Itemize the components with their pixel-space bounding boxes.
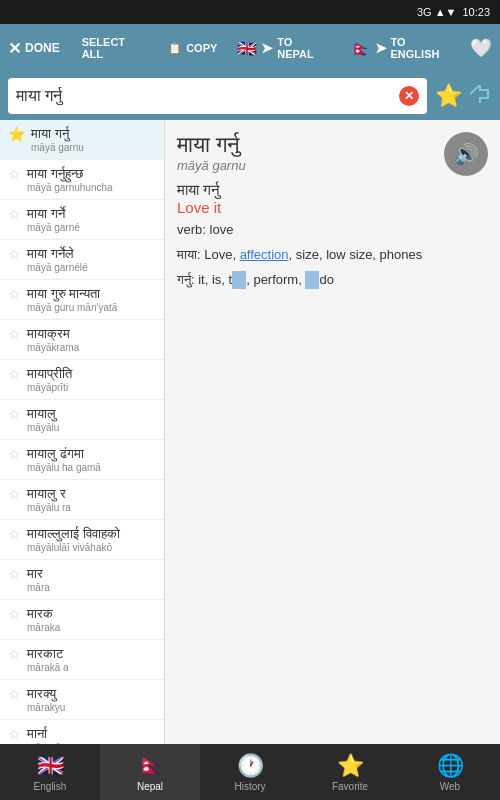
- word-main-text: मार्ना: [27, 726, 156, 742]
- word-text-group: माया गर्नुहुन्छ māyā garnuhuncha: [27, 166, 156, 193]
- word-main-text: मायाल्लुलाई विवाहको: [27, 526, 156, 542]
- word-list-item[interactable]: ☆ मायाक्रम māyākrama: [0, 320, 164, 360]
- word-star: ☆: [8, 206, 21, 222]
- nepal-nav-icon: 🇳🇵: [137, 753, 164, 779]
- search-input[interactable]: [16, 87, 399, 105]
- search-clear-button[interactable]: ✕: [399, 86, 419, 106]
- search-star-button[interactable]: ⭐: [435, 83, 462, 109]
- word-list-item[interactable]: ☆ मायाप्रीति māyāprīti: [0, 360, 164, 400]
- word-list-item[interactable]: ☆ मार्ना māranā: [0, 720, 164, 744]
- word-list-item[interactable]: ☆ माया गुरु मान्यता māyā guru mān'yatā: [0, 280, 164, 320]
- word-text-group: मायालु ढंगमा māyālu ha gamā: [27, 446, 156, 473]
- word-main-text: मायाप्रीति: [27, 366, 156, 382]
- word-star: ☆: [8, 166, 21, 182]
- action-bar: ✕ DONE SELECT ALL 📋 COPY 🇬🇧 ➤ TO NEPAL 🇳…: [0, 24, 500, 72]
- web-nav-label: Web: [440, 781, 460, 792]
- word-main-text: मायालु ढंगमा: [27, 446, 156, 462]
- word-roman-text: māyālu: [27, 422, 156, 433]
- time-display: 10:23: [462, 6, 490, 18]
- word-list-item[interactable]: ☆ मारक्यु mārakyu: [0, 680, 164, 720]
- word-roman-text: māraka: [27, 622, 156, 633]
- word-list-item[interactable]: ☆ मायाल्लुलाई विवाहको māyālulāī vivāhakō: [0, 520, 164, 560]
- word-text-group: माया गर्नु māyā garnu: [31, 126, 156, 153]
- nav-item-nepal[interactable]: 🇳🇵 Nepal: [100, 744, 200, 800]
- word-main-text: मारकाट: [27, 646, 156, 662]
- word-text-group: मायाक्रम māyākrama: [27, 326, 156, 353]
- bottom-nav: 🇬🇧 English 🇳🇵 Nepal 🕐 History ⭐ Favorite…: [0, 744, 500, 800]
- word-roman-text: māyālu ha gamā: [27, 462, 156, 473]
- share-icon: [470, 85, 492, 103]
- word-list-item[interactable]: ☆ माया गर्ने māyā garné: [0, 200, 164, 240]
- nav-item-favorite[interactable]: ⭐ Favorite: [300, 744, 400, 800]
- def-nepali: माया गर्नु: [177, 181, 488, 199]
- share-button[interactable]: [470, 85, 492, 108]
- select-all-button[interactable]: SELECT ALL: [76, 32, 154, 64]
- search-input-wrap[interactable]: ✕: [8, 78, 427, 114]
- to-nepal-button[interactable]: 🇬🇧 ➤ TO NEPAL: [231, 32, 336, 64]
- word-list-item[interactable]: ☆ मारक māraka: [0, 600, 164, 640]
- word-list-item[interactable]: ☆ मायालु र māyālu ra: [0, 480, 164, 520]
- signal-icon: 3G ▲▼: [417, 6, 457, 18]
- word-text-group: मायालु र māyālu ra: [27, 486, 156, 513]
- speaker-button[interactable]: [444, 132, 488, 176]
- word-main-text: मार: [27, 566, 156, 582]
- word-roman-text: māyālulāī vivāhakō: [27, 542, 156, 553]
- history-nav-icon: 🕐: [237, 753, 264, 779]
- english-nav-icon: 🇬🇧: [37, 753, 64, 779]
- english-nav-label: English: [34, 781, 67, 792]
- word-star: ☆: [8, 286, 21, 302]
- copy-button[interactable]: 📋 COPY: [162, 38, 223, 59]
- word-list-item[interactable]: ☆ मायालु māyālu: [0, 400, 164, 440]
- definition-panel: माया गर्नु māyā garnu माया गर्नु Love it…: [165, 120, 500, 744]
- nav-item-english[interactable]: 🇬🇧 English: [0, 744, 100, 800]
- done-button[interactable]: ✕ DONE: [8, 39, 60, 58]
- word-list-item[interactable]: ☆ माया गर्नेले māyā garnélé: [0, 240, 164, 280]
- to-english-button[interactable]: 🇳🇵 ➤ TO ENGLISH: [345, 32, 462, 64]
- word-main-text: मायाक्रम: [27, 326, 156, 342]
- word-text-group: मायालु māyālu: [27, 406, 156, 433]
- word-text-group: मार्ना māranā: [27, 726, 156, 744]
- nav-item-history[interactable]: 🕐 History: [200, 744, 300, 800]
- word-roman-text: māyāprīti: [27, 382, 156, 393]
- close-icon: ✕: [8, 39, 21, 58]
- word-list-item[interactable]: ☆ मारकाट mārakā a: [0, 640, 164, 680]
- word-list-item[interactable]: ☆ माया गर्नुहुन्छ māyā garnuhuncha: [0, 160, 164, 200]
- word-roman-text: māyā garné: [27, 222, 156, 233]
- np-flag-icon: 🇳🇵: [351, 39, 371, 58]
- word-roman-text: māra: [27, 582, 156, 593]
- word-star: ☆: [8, 606, 21, 622]
- favorite-nav-icon: ⭐: [337, 753, 364, 779]
- word-star: ☆: [8, 326, 21, 342]
- word-list-item[interactable]: ☆ मायालु ढंगमा māyālu ha gamā: [0, 440, 164, 480]
- word-list-item[interactable]: ⭐ माया गर्नु māyā garnu: [0, 120, 164, 160]
- def-garnu-line: गर्नु: it, is, t, perform, do: [177, 270, 488, 291]
- definition-roman: māyā garnu: [177, 158, 488, 173]
- word-star: ☆: [8, 406, 21, 422]
- word-star: ☆: [8, 686, 21, 702]
- word-text-group: मारकाट mārakā a: [27, 646, 156, 673]
- word-star: ⭐: [8, 126, 25, 142]
- web-nav-icon: 🌐: [437, 753, 464, 779]
- word-main-text: माया गर्नेले: [27, 246, 156, 262]
- word-star: ☆: [8, 726, 21, 742]
- word-text-group: मारक्यु mārakyu: [27, 686, 156, 713]
- word-roman-text: māyā garnélé: [27, 262, 156, 273]
- word-roman-text: māyākrama: [27, 342, 156, 353]
- def-verb-line: verb: love: [177, 220, 488, 241]
- word-list-item[interactable]: ☆ मार māra: [0, 560, 164, 600]
- word-star: ☆: [8, 446, 21, 462]
- search-bar: ✕ ⭐: [0, 72, 500, 120]
- nav-item-web[interactable]: 🌐 Web: [400, 744, 500, 800]
- text-cursor: [232, 271, 246, 289]
- affection-highlight[interactable]: affection: [240, 247, 289, 262]
- word-main-text: माया गर्नुहुन्छ: [27, 166, 156, 182]
- word-text-group: मारक māraka: [27, 606, 156, 633]
- word-roman-text: mārakā a: [27, 662, 156, 673]
- word-main-text: मायालु: [27, 406, 156, 422]
- word-roman-text: māyā garnu: [31, 142, 156, 153]
- def-love-label: Love it: [177, 199, 488, 216]
- history-nav-label: History: [234, 781, 265, 792]
- word-star: ☆: [8, 366, 21, 382]
- word-text-group: मायाप्रीति māyāprīti: [27, 366, 156, 393]
- favorite-heart-button[interactable]: 🤍: [470, 37, 492, 59]
